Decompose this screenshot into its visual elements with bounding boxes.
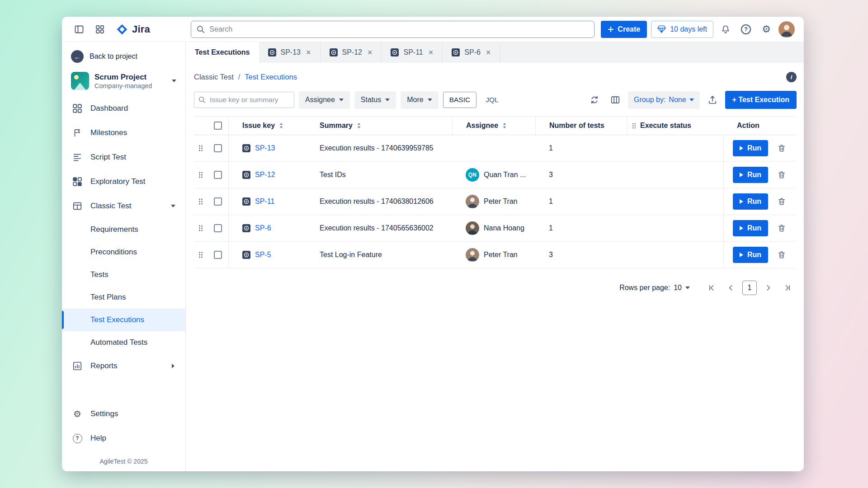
drag-handle-icon[interactable] <box>194 242 208 268</box>
close-icon[interactable]: × <box>486 48 491 56</box>
notifications-bell-icon[interactable] <box>717 21 734 38</box>
info-icon[interactable]: i <box>786 72 797 82</box>
project-type: Company-managed <box>94 82 152 89</box>
export-icon[interactable] <box>704 92 721 108</box>
jira-logo[interactable]: Jira <box>116 23 150 35</box>
table-body: SP-13 Execution results - 1740639959785 … <box>194 135 797 268</box>
drag-handle-icon[interactable] <box>194 215 208 241</box>
tab-label: SP-13 <box>281 48 301 56</box>
columns-icon[interactable] <box>607 92 623 108</box>
refresh-icon[interactable] <box>586 92 603 108</box>
issue-key-link[interactable]: SP-12 <box>255 171 275 179</box>
row-checkbox[interactable] <box>214 197 222 206</box>
delete-icon[interactable] <box>777 170 786 179</box>
issue-filter-input[interactable] <box>194 92 294 108</box>
breadcrumb-current[interactable]: Test Executions <box>245 73 297 81</box>
sidebar-item-test-plans[interactable]: Test Plans <box>62 286 185 309</box>
global-search <box>191 21 594 38</box>
back-to-project[interactable]: ← Back to project <box>62 47 185 67</box>
num-tests-cell: 3 <box>535 242 627 268</box>
settings-gear-icon[interactable]: ⚙ <box>758 21 774 38</box>
sidebar-item-classic-test[interactable]: Classic Test <box>62 194 185 218</box>
current-page-indicator[interactable]: 1 <box>742 281 757 295</box>
close-icon[interactable]: × <box>306 48 311 56</box>
run-button[interactable]: Run <box>733 193 768 210</box>
jql-mode-toggle[interactable]: JQL <box>481 92 503 108</box>
more-filter-dropdown[interactable]: More <box>401 91 438 109</box>
sidebar-item-reports[interactable]: Reports <box>62 354 185 378</box>
sidebar-item-help[interactable]: ? Help <box>62 426 185 450</box>
close-icon[interactable]: × <box>368 48 373 56</box>
assignee-filter-dropdown[interactable]: Assignee <box>299 91 350 109</box>
drag-handle-icon[interactable] <box>194 135 208 161</box>
breadcrumb-parent[interactable]: Classic Test <box>194 73 234 81</box>
delete-icon[interactable] <box>777 250 786 259</box>
run-button[interactable]: Run <box>733 167 768 183</box>
tab-sp-6[interactable]: SP-6 × <box>443 42 500 63</box>
tab-sp-11[interactable]: SP-11 × <box>382 42 443 63</box>
group-by-dropdown[interactable]: Group by: None <box>628 91 700 109</box>
assignee-cell: QN Quan Tran ... <box>452 162 535 188</box>
delete-icon[interactable] <box>777 224 786 233</box>
header-assignee[interactable]: Assignee <box>452 117 535 135</box>
assignee-name: Peter Tran <box>484 251 518 259</box>
run-button[interactable]: Run <box>733 220 768 236</box>
trial-days-button[interactable]: 10 days left <box>651 21 713 38</box>
app-switcher-icon[interactable] <box>92 21 108 38</box>
issue-key-link[interactable]: SP-5 <box>255 251 271 259</box>
drag-handle-icon[interactable] <box>194 188 208 215</box>
issue-key-link[interactable]: SP-11 <box>255 197 274 206</box>
tab-sp-13[interactable]: SP-13 × <box>259 42 321 63</box>
first-page-icon[interactable] <box>704 280 720 296</box>
row-checkbox[interactable] <box>214 251 222 259</box>
issue-key-link[interactable]: SP-6 <box>255 224 271 232</box>
drag-handle-icon[interactable] <box>194 162 208 188</box>
sidebar-item-script-test[interactable]: Script Test <box>62 145 185 169</box>
last-page-icon[interactable] <box>779 280 795 296</box>
tab-test-executions[interactable]: Test Executions <box>186 42 259 63</box>
issue-key-link[interactable]: SP-13 <box>255 144 275 152</box>
status-filter-dropdown[interactable]: Status <box>354 91 396 109</box>
sidebar-toggle-icon[interactable] <box>71 21 87 38</box>
sidebar-item-automated-tests[interactable]: Automated Tests <box>62 331 185 354</box>
delete-icon[interactable] <box>777 197 786 206</box>
avatar-initials: QN <box>468 172 477 178</box>
topbar: Jira Create 10 days left <box>62 17 804 42</box>
sidebar-item-milestones[interactable]: Milestones <box>62 121 185 145</box>
project-selector[interactable]: Scrum Project Company-managed <box>62 67 185 96</box>
sidebar-item-dashboard[interactable]: Dashboard <box>62 96 185 121</box>
sidebar-item-test-executions[interactable]: Test Executions <box>62 309 185 331</box>
basic-mode-toggle[interactable]: BASIC <box>443 92 477 108</box>
sidebar-item-exploratory-test[interactable]: Exploratory Test <box>62 169 185 194</box>
sidebar-item-settings[interactable]: ⚙ Settings <box>62 402 185 426</box>
rows-per-page-control[interactable]: Rows per page: 10 <box>619 284 690 292</box>
tab-label: SP-11 <box>403 48 423 56</box>
row-checkbox[interactable] <box>214 171 222 179</box>
delete-icon[interactable] <box>777 144 786 153</box>
row-checkbox[interactable] <box>214 224 222 232</box>
prev-page-icon[interactable] <box>723 280 739 296</box>
select-all-checkbox[interactable] <box>214 122 222 130</box>
help-icon[interactable]: ? <box>738 21 754 38</box>
tab-sp-12[interactable]: SP-12 × <box>321 42 382 63</box>
user-avatar[interactable] <box>778 21 795 38</box>
add-test-execution-button[interactable]: + Test Execution <box>725 91 797 109</box>
close-icon[interactable]: × <box>429 48 434 56</box>
header-summary[interactable]: Summary <box>306 117 452 135</box>
global-search-input[interactable] <box>191 21 594 38</box>
assignee-name: Nana Hoang <box>484 224 524 232</box>
next-page-icon[interactable] <box>760 280 776 296</box>
row-checkbox[interactable] <box>214 144 222 152</box>
run-button[interactable]: Run <box>733 247 768 263</box>
header-issue-key[interactable]: Issue key <box>228 117 306 135</box>
tab-label: SP-12 <box>342 48 362 56</box>
run-button[interactable]: Run <box>733 140 768 156</box>
drag-handle-icon <box>632 122 637 129</box>
breadcrumb: Classic Test / Test Executions i <box>194 69 797 84</box>
gear-glyph: ⚙ <box>762 24 771 34</box>
create-button[interactable]: Create <box>601 21 647 38</box>
gem-icon <box>657 25 666 33</box>
sidebar-item-preconditions[interactable]: Preconditions <box>62 241 185 263</box>
sidebar-item-tests[interactable]: Tests <box>62 263 185 286</box>
sidebar-item-requirements[interactable]: Requirements <box>62 218 185 241</box>
